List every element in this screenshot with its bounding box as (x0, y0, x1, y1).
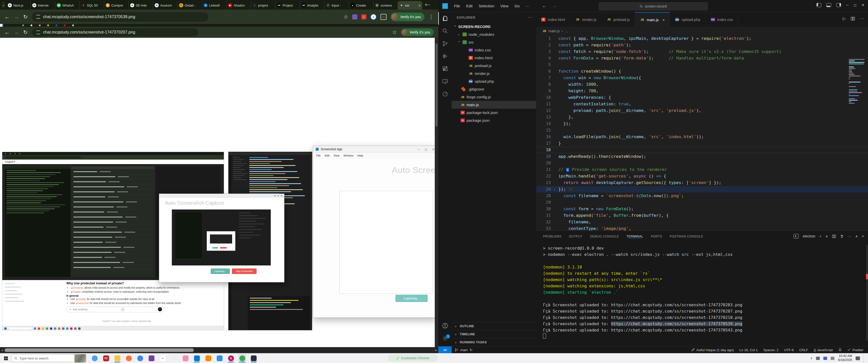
panel-maximize-icon[interactable]: ∧ (856, 234, 858, 238)
menu-window[interactable]: Window (343, 154, 353, 157)
customize-chrome-button[interactable]: Customize Chrome (388, 355, 438, 362)
terminal-scrollbar[interactable] (867, 245, 868, 341)
remote-indicator[interactable]: >< (438, 346, 452, 354)
file-render.js[interactable]: JSrender.js (452, 70, 536, 77)
panel-tab-postman-console[interactable]: POSTMAN CONSOLE (670, 235, 703, 238)
minimize-button[interactable]: ─ (428, 2, 431, 7)
file-package-lock.json[interactable]: npackage-lock.json (452, 109, 536, 117)
maximize-button[interactable]: ◻ (425, 148, 427, 151)
section-running-tasks[interactable]: ›RUNNING TASKS (452, 338, 536, 346)
editor-tab-index.css[interactable]: CSSindex.css (706, 12, 739, 27)
breadcrumb[interactable]: JS main.js › ... (536, 27, 868, 35)
panel-tab-ports[interactable]: PORTS (651, 235, 662, 238)
taskbar-icon-slack[interactable]: + (159, 354, 166, 363)
capturing-button[interactable]: Capturing... (395, 295, 428, 302)
split-editor-icon[interactable] (851, 16, 855, 21)
terminal-shell-label[interactable]: electron (803, 234, 815, 238)
taskbar-icon-obs[interactable] (250, 354, 257, 363)
extension-icon[interactable]: ➿ (352, 14, 357, 20)
browser-tab[interactable]: ▶Shadcn (226, 1, 251, 9)
reload-icon[interactable]: ↻ (23, 29, 28, 35)
editor-more-icon[interactable]: ··· (860, 16, 864, 21)
close-button[interactable]: ✕ (862, 3, 865, 7)
menu-view[interactable]: View (334, 154, 340, 157)
new-terminal-icon[interactable]: + (819, 234, 821, 238)
editor-tab-main.js[interactable]: JSmain.js× (635, 12, 670, 27)
taskbar-icon-paint[interactable] (182, 354, 189, 363)
taskbar-icon-vscode[interactable] (193, 354, 200, 363)
browser-tab[interactable]: v0Analytic (300, 1, 324, 9)
status-prettier[interactable]: Prettier (847, 348, 864, 352)
back-icon[interactable]: ← (4, 29, 10, 35)
bookmark-star-icon[interactable]: ☆ (343, 14, 348, 20)
notification-center-icon[interactable] (856, 357, 860, 360)
status--javascript[interactable]: {} JavaScript (814, 348, 833, 352)
tab-close-icon[interactable]: × (662, 18, 664, 22)
branch-name[interactable]: main (460, 348, 468, 352)
tray-icon[interactable] (816, 357, 820, 360)
url-input[interactable]: chat.mcqstudy.com/ss/screenshot-17473702… (32, 28, 198, 36)
mic-icon[interactable] (121, 307, 125, 311)
stop-screenshot-button[interactable]: Stop Screenshot (232, 268, 257, 274)
tab-search-button[interactable]: ⌄ (2, 1, 5, 8)
url-input[interactable]: chat.mcqstudy.com/ss/screenshot-17473705… (32, 12, 209, 22)
panel-close-icon[interactable]: × (862, 234, 864, 238)
editor-tab-render.js[interactable]: JSrender.js (570, 12, 602, 27)
editor-tab-preload.js[interactable]: JSpreload.js (602, 12, 635, 27)
bookmark-star-icon[interactable]: ☆ (392, 29, 397, 35)
remote-explorer-icon[interactable] (438, 75, 452, 88)
menu-edit[interactable]: Edit (464, 3, 475, 9)
browser-tab[interactable]: ⊕screens (373, 1, 398, 9)
tray-expand-icon[interactable]: ∧ (810, 357, 813, 360)
minimize-button[interactable]: ─ (418, 148, 420, 151)
menu-kebab-icon[interactable]: ⋮ (429, 14, 434, 20)
file-preload.js[interactable]: JSpreload.js (452, 62, 536, 70)
taskbar-icon-filezilla[interactable]: FZ (102, 354, 110, 363)
forward-icon[interactable]: → (14, 29, 19, 35)
taskbar-icon-file-explorer[interactable] (114, 354, 121, 363)
nav-forward-icon[interactable]: → (552, 3, 557, 8)
new-tab-button[interactable]: + (425, 2, 428, 8)
status-bell[interactable] (838, 348, 842, 352)
status-spaces-2[interactable]: Spaces: 2 (763, 348, 778, 352)
browser-tab[interactable]: /Input - (324, 1, 349, 9)
workspace-root-folder[interactable]: › SCREEN-RECORD (452, 23, 536, 31)
menu-file[interactable]: File (316, 154, 321, 157)
panel-tab-debug-console[interactable]: DEBUG CONSOLE (590, 235, 619, 238)
menu-file[interactable]: File (452, 3, 463, 9)
browser-tab[interactable]: ⊕scr× (398, 1, 422, 9)
taskbar-icon-drawio[interactable] (216, 354, 223, 363)
browser-tab[interactable]: GSE-Inte (129, 1, 153, 9)
send-icon[interactable]: ↑ (158, 307, 162, 311)
kill-terminal-trash-icon[interactable] (840, 234, 844, 238)
menu-help[interactable]: Help (357, 154, 363, 157)
maximize-button[interactable]: ◻ (854, 3, 857, 7)
file-node_modules[interactable]: ›node_modules (452, 31, 536, 38)
browser-tab[interactable]: NIntervie (31, 1, 55, 9)
browser-tab[interactable]: WWhatsA (55, 1, 80, 9)
editor-tab-upload.php[interactable]: phpupload.php (670, 12, 706, 27)
verify-profile-button[interactable]: Verify it's you (391, 12, 425, 21)
panel-more-icon[interactable]: ··· (848, 234, 851, 238)
minimap[interactable] (849, 59, 866, 104)
extensions-puzzle-icon[interactable]: □ (380, 14, 386, 20)
terminal-dropdown-icon[interactable]: ∨ (825, 234, 828, 238)
menu-go[interactable]: Go (512, 3, 522, 9)
search-icon[interactable] (438, 25, 452, 37)
menu-···[interactable]: ··· (523, 3, 532, 9)
browser-tab[interactable]: ▲Create (349, 1, 373, 9)
browser-tab[interactable]: OOstad - (178, 1, 202, 9)
capturing-button[interactable]: Capturing... (211, 268, 230, 274)
browser-tab[interactable]: CCompre (104, 1, 129, 9)
tray-icon[interactable] (831, 357, 834, 360)
taskbar-icon-chrome-profile[interactable]: S (227, 354, 235, 363)
account-icon[interactable] (438, 319, 452, 332)
tray-icon[interactable] (823, 357, 827, 360)
file-index.html[interactable]: 5index.html (452, 54, 536, 62)
start-button[interactable] (0, 354, 11, 363)
live-preview-icon[interactable] (438, 88, 452, 100)
extension-icon[interactable]: o (370, 14, 376, 20)
verify-profile-button[interactable]: Verify it's you (401, 29, 434, 36)
site-settings-icon[interactable] (36, 31, 40, 34)
menu-selection[interactable]: Selection (476, 3, 497, 9)
